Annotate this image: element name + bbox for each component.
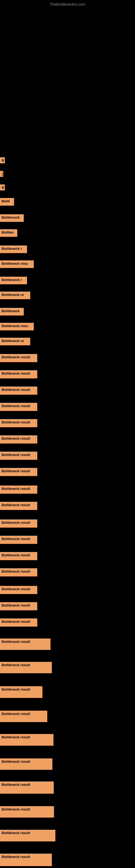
bottleneck-result-item[interactable]: Bottleneck resu xyxy=(0,323,34,330)
bottleneck-result-item[interactable]: Bottleneck result xyxy=(0,711,47,722)
bottleneck-result-item[interactable]: Bottl xyxy=(0,198,14,206)
bottleneck-result-item[interactable]: Bottlen xyxy=(0,229,17,237)
bottleneck-result-item[interactable]: Bottleneck resu xyxy=(0,260,34,268)
bottleneck-result-item[interactable]: Bottleneck result xyxy=(0,403,37,411)
bottleneck-result-item[interactable]: Bottleneck result xyxy=(0,586,37,594)
bottleneck-result-item[interactable]: Bottleneck result xyxy=(0,758,52,770)
bottleneck-result-item[interactable]: Bottleneck result xyxy=(0,618,37,627)
site-title: TheBottlenecker.com xyxy=(50,2,85,6)
bottleneck-result-item[interactable]: Bottleneck result xyxy=(0,370,37,378)
bottleneck-result-item[interactable]: | xyxy=(0,171,3,177)
bottleneck-result-item[interactable]: Bottleneck r xyxy=(0,246,27,253)
bottleneck-result-item[interactable]: Bottleneck result xyxy=(0,552,37,560)
bottleneck-result-item[interactable]: Bottleneck result xyxy=(0,520,37,528)
bottleneck-result-item[interactable]: Bottleneck result xyxy=(0,662,52,673)
bottleneck-result-item[interactable]: Bottleneck result xyxy=(0,486,37,494)
bottleneck-result-item[interactable]: Bottleneck xyxy=(0,308,24,315)
bottleneck-result-item[interactable]: Bottleneck result xyxy=(0,639,50,650)
bottleneck-result-item[interactable]: Bottleneck result xyxy=(0,386,37,395)
bottleneck-result-item[interactable]: Bottleneck result xyxy=(0,502,37,510)
bottleneck-result-item[interactable]: Bottleneck result xyxy=(0,686,42,698)
bottleneck-result-item[interactable]: Bottleneck re xyxy=(0,338,30,345)
bottleneck-result-item[interactable]: Bottleneck result xyxy=(0,419,37,427)
bottleneck-result-item[interactable]: Bottleneck xyxy=(0,214,24,222)
bottleneck-result-item[interactable]: Bottleneck result xyxy=(0,602,37,610)
bottleneck-result-item[interactable]: B xyxy=(0,157,5,163)
bottleneck-result-item[interactable]: Bottleneck result xyxy=(0,435,37,443)
bottleneck-result-item[interactable]: Bottleneck result xyxy=(0,734,53,746)
bottleneck-result-item[interactable]: Bottleneck result xyxy=(0,354,37,362)
bottleneck-result-item[interactable]: Bottleneck result xyxy=(0,854,52,866)
bottleneck-result-item[interactable]: Bottleneck result xyxy=(0,468,37,476)
bottleneck-result-item[interactable]: B xyxy=(0,184,5,190)
bottleneck-result-item[interactable]: Bottleneck re xyxy=(0,291,30,299)
bottleneck-result-item[interactable]: Bottleneck result xyxy=(0,806,54,817)
bottleneck-result-item[interactable]: Bottleneck result xyxy=(0,568,37,577)
bottleneck-result-item[interactable]: Bottleneck result xyxy=(0,452,37,460)
bottleneck-result-item[interactable]: Bottleneck r xyxy=(0,277,27,284)
bottleneck-result-item[interactable]: Bottleneck result xyxy=(0,781,54,794)
bottleneck-result-item[interactable]: Bottleneck result xyxy=(0,830,55,841)
bottleneck-result-item[interactable]: Bottleneck result xyxy=(0,536,37,544)
